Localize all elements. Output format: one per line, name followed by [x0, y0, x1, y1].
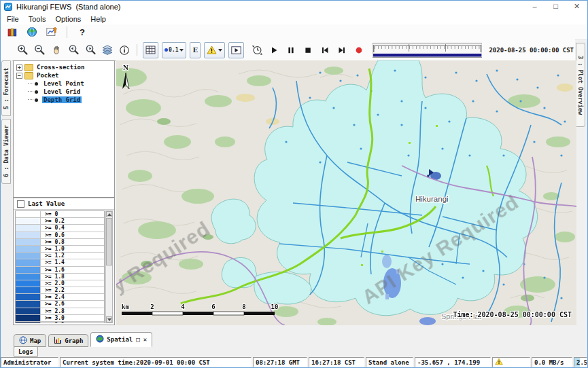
legend-row[interactable]: >= 1.2 [16, 253, 104, 259]
legend-row[interactable]: >= 1.4 [16, 259, 104, 266]
legend-row-label: >= 1.4 [41, 259, 65, 265]
warning-triangle-icon [207, 45, 217, 54]
legend-row-label: >= 0.6 [41, 232, 65, 238]
timeline-slider[interactable] [373, 43, 482, 58]
legend-row[interactable]: >= 1.6 [16, 267, 104, 274]
legend-row-label: >= 0 [41, 211, 58, 217]
next-zoom-button[interactable] [84, 43, 97, 57]
tree-item[interactable]: Level Point [14, 79, 114, 88]
zoom-in-button[interactable] [16, 43, 29, 57]
place-label-hikurangi: Hikurangi [415, 195, 449, 203]
stop-button[interactable] [301, 43, 315, 57]
grid-icon [145, 45, 156, 54]
scrollbar-thumb[interactable] [106, 218, 112, 265]
logs-button[interactable]: Logs [14, 346, 38, 357]
tree-item[interactable]: Depth Grid [14, 96, 114, 104]
last-value-checkbox[interactable] [17, 200, 24, 208]
spatial-display-button[interactable] [25, 25, 39, 39]
thresholds-button[interactable] [204, 42, 225, 58]
pause-button[interactable] [284, 43, 298, 57]
expand-icon[interactable]: + [16, 65, 22, 71]
legend-row[interactable]: >= 1.0 [16, 246, 104, 253]
zoom-out-button[interactable] [33, 43, 46, 57]
minimize-button[interactable]: – [524, 1, 545, 13]
menu-item-file[interactable]: File [2, 14, 24, 24]
legend-row-label: >= 1.8 [41, 274, 65, 280]
menu-item-help[interactable]: Help [86, 14, 111, 24]
layers-tree: +Cross-section−PocketLevel PointLevel Gr… [13, 60, 115, 198]
bottom-tabs: MapGraphSpatial□✕ [14, 332, 152, 347]
legend-row[interactable]: >= 2.6 [16, 301, 104, 308]
books-icon [7, 26, 18, 37]
legend-color-swatch [16, 301, 41, 307]
legend-row[interactable]: >= 2.8 [16, 308, 104, 315]
tree-item[interactable]: Level Grid [14, 88, 114, 96]
menu-item-options[interactable]: Options [50, 14, 86, 24]
legend-row[interactable]: >= 0.4 [16, 225, 104, 232]
tab-map[interactable]: Map [14, 334, 46, 347]
grid-display-button[interactable] [143, 42, 158, 58]
info-button[interactable] [118, 43, 131, 57]
explorer-button[interactable] [5, 25, 19, 39]
legend-table: >= 0>= 0.2>= 0.4>= 0.6>= 0.8>= 1.0>= 1.2… [15, 210, 105, 323]
pan-button[interactable] [50, 43, 63, 57]
skip-start-icon [320, 45, 330, 55]
legend-row[interactable]: >= 0 [16, 211, 104, 218]
tab-maximize-button[interactable]: □ [136, 336, 139, 343]
legend-row[interactable]: >= 0.2 [16, 218, 104, 225]
legend-scrollbar[interactable] [105, 210, 113, 323]
legend-row[interactable]: >= 3.2 [16, 322, 104, 323]
scroll-down-icon[interactable] [106, 316, 112, 323]
help-button[interactable]: ? [75, 25, 89, 39]
legend-row[interactable]: >= 0.8 [16, 239, 104, 246]
skip-to-start-button[interactable] [318, 43, 332, 57]
tree-item-label: Level Grid [42, 88, 82, 95]
scroll-up-icon[interactable] [106, 211, 112, 217]
legend-color-swatch [16, 267, 41, 273]
record-button[interactable] [352, 43, 366, 57]
status-cell: Current system time:2020-09-01 00:00 CST [60, 357, 252, 367]
menu-item-tools[interactable]: Tools [24, 14, 51, 24]
svg-text:2: 2 [150, 303, 154, 310]
legend-row[interactable]: >= 1.8 [16, 274, 104, 280]
legend-row[interactable]: >= 3.0 [16, 315, 104, 322]
legend-color-swatch [16, 308, 41, 314]
tab-close-button[interactable]: ✕ [143, 336, 147, 343]
tab-forecast[interactable]: 5 : Forecast [1, 60, 11, 116]
legend-row[interactable]: >= 2.2 [16, 287, 104, 294]
map-view[interactable]: Hikurangi Springs Flat API Key Required … [116, 60, 576, 325]
skip-to-end-button[interactable] [335, 43, 349, 57]
maximize-button[interactable]: □ [545, 1, 566, 13]
legend-color-swatch [16, 218, 41, 224]
layers-button[interactable] [101, 43, 114, 57]
legend-row[interactable]: >= 2.0 [16, 280, 104, 287]
toolbar-map: 0.1 E 2020-08-25 00:00:00 CST [1, 39, 575, 61]
status-cell: 2.5 GB [574, 357, 587, 367]
tree-item[interactable]: −Pocket [14, 71, 114, 79]
legend-row[interactable]: >= 0.6 [16, 232, 104, 239]
collapse-icon[interactable]: − [16, 73, 22, 79]
tab-plot-overview[interactable]: 3 : Plot Overview [576, 43, 585, 127]
animation-button[interactable] [228, 42, 244, 58]
tab-label: Spatial [107, 336, 133, 343]
tab-data-viewer[interactable]: 6 : Data Viewer [1, 119, 11, 184]
decimal-precision-button[interactable]: 0.1 [162, 42, 186, 58]
legend-color-swatch [16, 259, 41, 265]
timeseries-button[interactable] [45, 25, 58, 39]
legend-title: Last Value [28, 200, 65, 207]
legend-row[interactable]: >= 2.4 [16, 294, 104, 301]
bottom-bar: MapGraphSpatial□✕ Logs [1, 325, 587, 358]
previous-zoom-button[interactable] [67, 43, 80, 57]
legend-toggle-button[interactable]: E [190, 42, 201, 58]
time-step-button[interactable] [250, 43, 264, 57]
title-bar: Hikurangi FEWS (Stand alone) – □ ✕ [1, 1, 587, 13]
tab-graph[interactable]: Graph [48, 334, 88, 347]
stop-icon [303, 45, 313, 55]
tree-item[interactable]: +Cross-section [14, 63, 114, 71]
warning-icon [495, 358, 503, 367]
tree-item-label: Depth Grid [42, 96, 82, 103]
play-button[interactable] [267, 43, 281, 57]
close-button[interactable]: ✕ [566, 1, 587, 13]
legend-row-label: >= 3.0 [41, 315, 65, 321]
tab-spatial[interactable]: Spatial□✕ [90, 332, 152, 347]
